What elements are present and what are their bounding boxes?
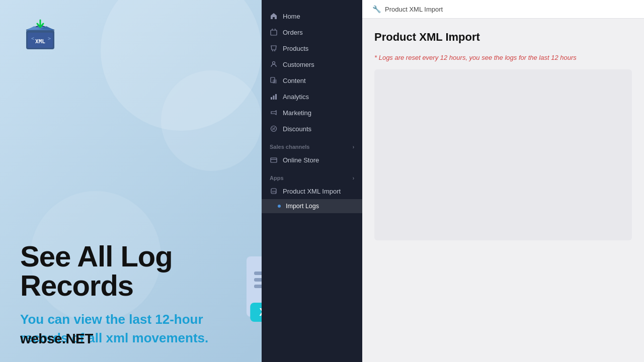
xml-app-icon: XML <box>270 187 278 195</box>
sidebar-item-content[interactable]: Content <box>262 72 362 88</box>
products-icon <box>270 44 278 52</box>
svg-rect-11 <box>271 97 272 100</box>
shopify-sidebar: Home Orders Products Customers Content <box>262 0 362 362</box>
sidebar-label-customers: Customers <box>283 61 314 68</box>
sidebar-label-analytics: Analytics <box>283 93 309 101</box>
sidebar-label-online-store: Online Store <box>283 156 319 164</box>
sidebar-item-analytics[interactable]: Analytics <box>262 88 362 105</box>
svg-rect-10 <box>273 79 277 83</box>
apps-chevron-icon: › <box>353 175 354 181</box>
svg-text:<: < <box>31 36 34 41</box>
svg-rect-13 <box>275 94 277 100</box>
svg-text:>: > <box>48 36 51 41</box>
sidebar-label-product-xml-import: Product XML Import <box>283 188 341 195</box>
sidebar-section-apps: Apps › <box>262 168 362 183</box>
svg-point-16 <box>274 129 275 130</box>
customers-icon <box>270 60 278 68</box>
svg-rect-17 <box>271 158 277 162</box>
shopify-topbar: 🔧 Product XML Import <box>362 0 644 19</box>
log-notice: * Logs are reset every 12 hours, you see… <box>374 54 632 61</box>
svg-point-6 <box>272 50 273 51</box>
sales-channels-chevron-icon: › <box>353 144 354 150</box>
discounts-icon <box>270 125 278 133</box>
sidebar-label-orders: Orders <box>283 29 303 36</box>
sidebar-item-orders[interactable]: Orders <box>262 24 362 40</box>
sidebar-label-discounts: Discounts <box>283 125 311 133</box>
sidebar-label-home: Home <box>283 13 300 20</box>
left-panel: XML < > See All Log Records You can view… <box>0 0 272 362</box>
sidebar-label-content: Content <box>283 77 306 84</box>
content-icon <box>270 76 278 84</box>
orders-icon <box>270 28 278 36</box>
analytics-icon <box>270 93 278 101</box>
import-logs-dot <box>278 205 281 208</box>
topbar-icon: 🔧 <box>372 5 381 13</box>
logo-icon: XML < > <box>20 15 60 55</box>
sidebar-item-products[interactable]: Products <box>262 40 362 56</box>
home-icon <box>270 12 278 20</box>
sales-channels-label: Sales channels <box>270 144 310 150</box>
sidebar-item-home[interactable]: Home <box>262 8 362 24</box>
svg-point-15 <box>272 128 273 129</box>
svg-point-8 <box>273 62 275 64</box>
branding-text: webse.NET <box>20 331 93 346</box>
topbar-title: Product XML Import <box>385 6 443 13</box>
log-area <box>374 69 632 240</box>
apps-label: Apps <box>270 175 284 181</box>
logo-box: XML < > <box>20 15 60 55</box>
branding: webse.NET <box>20 331 93 347</box>
headline-main: See All Log Records <box>20 242 252 300</box>
sidebar-item-product-xml-import[interactable]: XML Product XML Import <box>262 183 362 199</box>
marketing-icon <box>270 109 278 117</box>
sidebar-item-marketing[interactable]: Marketing <box>262 105 362 121</box>
svg-text:XML: XML <box>35 38 45 45</box>
sidebar-label-products: Products <box>283 45 308 52</box>
svg-rect-12 <box>273 96 275 100</box>
right-panel: Home Orders Products Customers Content <box>262 0 644 362</box>
online-store-icon <box>270 156 278 164</box>
logo-area: XML < > <box>20 15 252 55</box>
page-title: Product XML Import <box>374 31 632 44</box>
shopify-content: Product XML Import * Logs are reset ever… <box>362 19 644 362</box>
sidebar-item-import-logs[interactable]: Import Logs <box>262 199 362 213</box>
svg-text:XML: XML <box>272 190 277 193</box>
shopify-main: 🔧 Product XML Import Product XML Import … <box>362 0 644 362</box>
sidebar-label-import-logs: Import Logs <box>286 203 319 210</box>
sidebar-item-discounts[interactable]: Discounts <box>262 121 362 137</box>
svg-rect-5 <box>271 30 277 35</box>
sidebar-item-online-store[interactable]: Online Store <box>262 152 362 168</box>
sidebar-item-customers[interactable]: Customers <box>262 56 362 72</box>
sidebar-section-sales-channels: Sales channels › <box>262 137 362 152</box>
sidebar-label-marketing: Marketing <box>283 109 311 117</box>
svg-point-7 <box>274 50 275 51</box>
